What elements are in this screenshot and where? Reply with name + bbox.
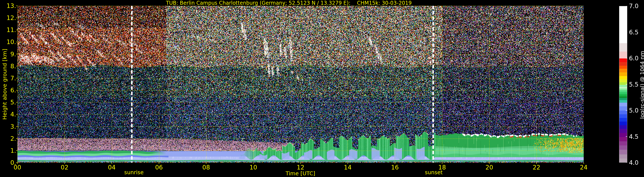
lidar-heatmap-canvas: [18, 6, 584, 163]
colorbar-label: log(rc-signal) @ 1064 nm: [639, 51, 644, 119]
y-tick-label: 7.: [10, 75, 16, 82]
page-title: TUB: Berlin Campus Charlottenburg (Germa…: [166, 0, 412, 6]
y-tick-label: 9.: [10, 51, 16, 58]
x-tick-label: 02: [61, 164, 68, 171]
colorbar-tick-label: 4.0: [629, 159, 639, 166]
y-tick-label: 8.: [10, 63, 16, 70]
y-tick-label: 4.: [10, 111, 16, 118]
y-tick-label: 3.: [10, 123, 16, 130]
x-tick-label: 12: [297, 164, 304, 171]
x-tick-label: 14: [344, 164, 352, 171]
y-tick-label: 12.: [6, 14, 16, 22]
x-tick-label: 04: [108, 164, 116, 171]
sunrise-annotation: sunrise: [124, 169, 144, 175]
y-tick-label: 6.: [10, 87, 16, 94]
y-tick-label: 1.: [10, 147, 16, 154]
x-tick-label: 18: [438, 164, 446, 171]
colorbar-tick-label: 5.0: [629, 107, 639, 114]
colorbar-tick-label: 6.5: [629, 29, 639, 36]
x-tick-label: 08: [202, 164, 210, 171]
colorbar-tick-label: 6.0: [629, 55, 639, 62]
y-tick-label: 2.: [10, 135, 16, 142]
x-tick-label: 06: [155, 164, 163, 171]
colorbar-canvas: [619, 6, 627, 163]
colorbar-tick-label: 7.0: [629, 3, 639, 10]
x-axis-label: Time [UTC]: [286, 170, 315, 176]
lidar-quicklook-figure: TUB: Berlin Campus Charlottenburg (Germa…: [0, 0, 644, 177]
y-tick-label: 10.: [6, 39, 16, 46]
y-tick-label: 11.: [6, 27, 16, 34]
colorbar-tick-label: 4.5: [629, 133, 639, 140]
x-tick-label: 20: [486, 164, 493, 171]
y-axis-label: Height above ground [km]: [2, 49, 8, 120]
y-tick-label: 0.: [10, 159, 16, 166]
x-tick-label: 24: [580, 164, 588, 171]
y-tick-label: 5.: [10, 99, 16, 106]
y-tick-label: 13.: [6, 2, 16, 10]
x-tick-label: 22: [533, 164, 540, 171]
colorbar-tick-label: 5.5: [629, 81, 639, 88]
x-tick-label: 10: [250, 164, 257, 171]
x-tick-label: 16: [391, 164, 399, 171]
